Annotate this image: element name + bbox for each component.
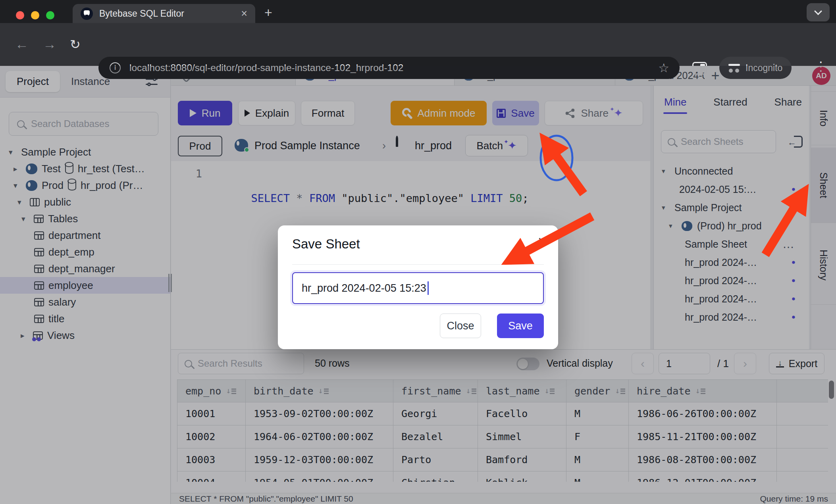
modal-save-button[interactable]: Save	[497, 314, 544, 338]
browser-tab[interactable]: Bytebase SQL Editor ×	[73, 4, 255, 23]
window-close-button[interactable]	[16, 11, 24, 19]
screenshot-root: Bytebase SQL Editor × + ← → ↻ i localhos…	[0, 0, 836, 504]
save-sheet-modal: Save Sheet × hr_prod 2024-02-05 15:23 Cl…	[278, 225, 558, 349]
back-icon[interactable]: ←	[15, 37, 29, 51]
tab-overview-button[interactable]	[807, 3, 830, 21]
browser-tab-strip: Bytebase SQL Editor × +	[0, 0, 836, 23]
new-tab-button[interactable]: +	[264, 6, 272, 19]
modal-divider	[292, 264, 544, 265]
forward-icon[interactable]: →	[43, 37, 56, 51]
modal-close-button[interactable]: Close	[440, 314, 481, 338]
text-caret	[428, 281, 429, 295]
browser-tab-close-icon[interactable]: ×	[241, 8, 247, 19]
browser-toolbar: ← → ↻ i localhost:8080/sql-editor/prod-s…	[0, 23, 836, 66]
window-zoom-button[interactable]	[46, 11, 54, 19]
reload-icon[interactable]: ↻	[70, 38, 81, 51]
modal-title: Save Sheet	[292, 237, 360, 252]
browser-tab-title: Bytebase SQL Editor	[99, 8, 184, 19]
sheet-name-value: hr_prod 2024-02-05 15:23	[302, 282, 426, 294]
bytebase-favicon-icon	[81, 8, 93, 20]
sheet-name-input[interactable]: hr_prod 2024-02-05 15:23	[292, 272, 544, 304]
window-minimize-button[interactable]	[31, 11, 39, 19]
chevron-down-icon	[814, 7, 822, 15]
modal-close-icon[interactable]: ×	[538, 234, 546, 248]
